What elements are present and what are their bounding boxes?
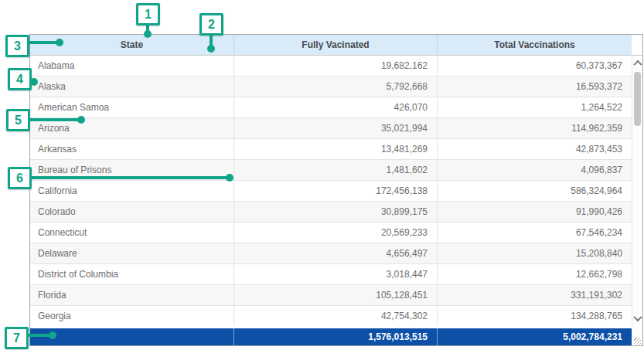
scrollbar-thumb[interactable] (634, 72, 641, 126)
totals-state-cell (30, 328, 234, 345)
state-cell: American Samoa (30, 97, 234, 117)
callout-marker-6: 6 (8, 167, 32, 189)
table-row[interactable]: Delaware4,656,49715,208,840 (30, 243, 642, 264)
callout-marker-4: 4 (8, 68, 32, 90)
chevron-down-icon (633, 313, 642, 321)
callout-dot-1 (144, 30, 152, 38)
vertical-scrollbar[interactable] (632, 56, 642, 326)
fully-vaccinated-cell: 426,070 (234, 97, 438, 117)
callout-line-6 (28, 176, 227, 179)
totals-fully-vaccinated: 1,576,013,515 (234, 328, 438, 345)
fully-vaccinated-cell: 19,682,162 (234, 56, 438, 76)
total-vaccinations-cell: 331,191,302 (438, 285, 632, 305)
fully-vaccinated-cell: 172,456,138 (234, 181, 438, 201)
state-cell: Florida (30, 285, 234, 305)
callout-marker-2: 2 (199, 13, 223, 36)
total-vaccinations-cell: 134,288,765 (438, 306, 632, 326)
table-header: State Fully Vacinated Total Vaccinations (30, 35, 642, 56)
total-vaccinations-cell: 114,962,359 (438, 118, 632, 138)
total-vaccinations-cell: 4,096,837 (438, 160, 632, 180)
fully-vaccinated-cell: 13,481,269 (234, 139, 438, 159)
scroll-up-button[interactable] (632, 58, 643, 69)
total-vaccinations-cell: 42,873,453 (438, 139, 632, 159)
table-row[interactable]: Colorado30,899,17591,990,426 (30, 202, 642, 223)
fully-vaccinated-cell: 42,754,302 (234, 306, 438, 326)
totals-row: 1,576,013,515 5,002,784,231 (30, 328, 632, 345)
fully-vaccinated-cell: 5,792,668 (234, 76, 438, 97)
fully-vaccinated-cell: 30,899,175 (234, 202, 438, 222)
vaccinations-table: State Fully Vacinated Total Vaccinations… (29, 34, 643, 346)
fully-vaccinated-cell: 35,021,994 (234, 118, 438, 138)
callout-marker-1: 1 (136, 3, 160, 25)
fully-vaccinated-cell: 4,656,497 (234, 243, 438, 263)
callout-dot-6 (226, 174, 233, 182)
callout-dot-2 (207, 45, 215, 53)
total-vaccinations-cell: 60,373,367 (438, 56, 632, 76)
table-row[interactable]: District of Columbia3,018,44712,662,798 (30, 264, 642, 285)
state-cell: Arkansas (30, 139, 234, 159)
state-cell: District of Columbia (30, 264, 234, 284)
callout-line-5 (28, 118, 79, 121)
callout-marker-3: 3 (5, 35, 29, 57)
chevron-up-icon (633, 60, 642, 69)
state-cell: Alaska (30, 76, 234, 97)
table-row[interactable]: California172,456,138586,324,964 (30, 181, 642, 202)
table-row[interactable]: Florida105,128,451331,191,302 (30, 285, 642, 306)
total-vaccinations-cell: 15,208,840 (438, 243, 632, 263)
total-vaccinations-cell: 67,546,234 (438, 223, 632, 243)
callout-dot-7 (49, 331, 56, 339)
dashboard-canvas: State Fully Vacinated Total Vaccinations… (0, 0, 644, 350)
callout-marker-7: 7 (5, 327, 29, 349)
resize-grip-icon (634, 338, 641, 345)
callout-dot-3 (56, 39, 63, 46)
state-cell: Alabama (30, 56, 234, 76)
column-header-total-vaccinations[interactable]: Total Vaccinations (438, 35, 632, 55)
table-row[interactable]: Arkansas13,481,26942,873,453 (30, 139, 642, 160)
fully-vaccinated-cell: 20,569,233 (234, 223, 438, 243)
total-vaccinations-cell: 12,662,798 (438, 264, 632, 284)
scroll-down-button[interactable] (632, 313, 643, 324)
state-cell: Georgia (30, 306, 234, 326)
callout-dot-5 (77, 116, 85, 124)
total-vaccinations-cell: 586,324,964 (438, 181, 632, 201)
header-scrollbar-spacer (632, 35, 642, 55)
table-row[interactable]: Arizona35,021,994114,962,359 (30, 118, 642, 139)
fully-vaccinated-cell: 105,128,451 (234, 285, 438, 305)
table-row[interactable]: American Samoa426,0701,264,522 (30, 97, 642, 118)
total-vaccinations-cell: 91,990,426 (438, 202, 632, 222)
state-cell: Connecticut (30, 223, 234, 243)
state-cell: Colorado (30, 202, 234, 222)
table-row[interactable]: Alaska5,792,66816,593,372 (30, 76, 642, 97)
table-body: Alabama19,682,16260,373,367Alaska5,792,6… (30, 56, 642, 326)
table-row[interactable]: Connecticut20,569,23367,546,234 (30, 223, 642, 243)
fully-vaccinated-cell: 1,481,602 (234, 160, 438, 180)
table-row[interactable]: Alabama19,682,16260,373,367 (30, 56, 642, 76)
state-cell: Delaware (30, 243, 234, 263)
total-vaccinations-cell: 16,593,372 (438, 76, 632, 97)
state-cell: California (30, 181, 234, 201)
callout-marker-5: 5 (6, 109, 30, 131)
table-row[interactable]: Georgia42,754,302134,288,765 (30, 306, 642, 326)
fully-vaccinated-cell: 3,018,447 (234, 264, 438, 284)
callout-line-3 (27, 41, 60, 44)
total-vaccinations-cell: 1,264,522 (438, 97, 632, 117)
column-header-fully-vaccinated[interactable]: Fully Vacinated (234, 35, 438, 55)
totals-total-vaccinations: 5,002,784,231 (438, 328, 632, 345)
